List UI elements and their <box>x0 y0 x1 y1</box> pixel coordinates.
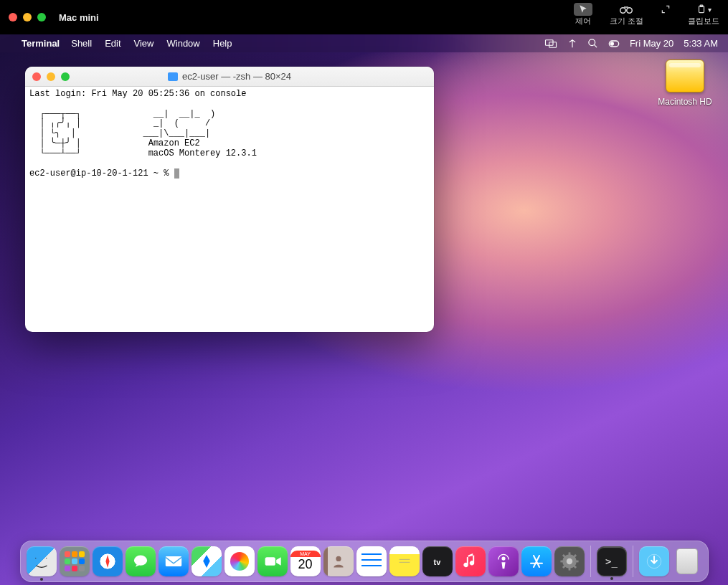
dock-separator <box>633 546 633 577</box>
remote-tools: 제어 크기 조절 ▾ 클립보드 <box>574 3 719 27</box>
dock-downloads[interactable] <box>639 546 669 576</box>
svg-line-23 <box>562 555 564 557</box>
control-label: 제어 <box>575 16 591 27</box>
scaling-tool[interactable]: 크기 조절 <box>610 3 643 27</box>
fullscreen-tool[interactable] <box>661 3 671 16</box>
minimize-icon[interactable] <box>47 72 55 81</box>
cursor-icon <box>574 3 592 16</box>
control-center-icon[interactable] <box>608 39 620 48</box>
svg-line-26 <box>574 555 576 557</box>
dock-finder[interactable] <box>27 546 57 576</box>
remote-traffic-lights <box>9 13 46 22</box>
desktop[interactable]: Terminal Shell Edit View Window Help Fri… <box>0 34 728 585</box>
dock: MAY 20 tv >_ <box>20 541 709 582</box>
terminal-traffic-lights <box>32 72 70 81</box>
home-folder-icon <box>168 72 178 81</box>
dock-tv[interactable]: tv <box>422 546 453 576</box>
dock-safari[interactable] <box>93 546 123 576</box>
svg-point-6 <box>589 39 595 46</box>
menu-view[interactable]: View <box>134 38 154 49</box>
menubar: Terminal Shell Edit View Window Help Fri… <box>0 34 728 52</box>
menu-window[interactable]: Window <box>167 38 200 49</box>
clipboard-icon: ▾ <box>696 3 712 16</box>
dock-separator <box>590 546 591 577</box>
dock-launchpad[interactable] <box>60 546 90 576</box>
screen-mirror-icon[interactable] <box>544 39 557 49</box>
cursor-icon <box>174 168 179 179</box>
app-menu[interactable]: Terminal <box>22 38 60 49</box>
dock-calendar[interactable]: MAY 20 <box>290 546 321 576</box>
macintosh-hd-icon[interactable]: Macintosh HD <box>656 60 714 107</box>
menubar-time[interactable]: 5:33 AM <box>684 38 718 49</box>
svg-point-0 <box>620 8 626 14</box>
spotlight-icon[interactable] <box>587 38 598 49</box>
clipboard-tool[interactable]: ▾ 클립보드 <box>688 3 719 27</box>
last-login-line: Last login: Fri May 20 05:25:36 on conso… <box>29 89 246 99</box>
svg-point-18 <box>566 558 572 564</box>
svg-point-8 <box>610 42 613 45</box>
menu-shell[interactable]: Shell <box>71 38 92 49</box>
binoculars-icon <box>620 3 633 16</box>
dock-maps[interactable] <box>192 546 222 576</box>
dock-music[interactable] <box>455 546 486 576</box>
menu-edit[interactable]: Edit <box>105 38 120 49</box>
menu-help[interactable]: Help <box>213 38 232 49</box>
dock-messages[interactable] <box>126 546 156 576</box>
svg-point-16 <box>501 557 505 561</box>
svg-marker-9 <box>105 555 109 568</box>
dock-terminal[interactable]: >_ <box>597 546 627 576</box>
calendar-day: 20 <box>298 557 312 572</box>
menubar-date[interactable]: Fri May 20 <box>630 38 673 49</box>
dock-notes[interactable] <box>389 546 420 576</box>
terminal-icon: >_ <box>605 556 618 567</box>
svg-point-1 <box>627 8 633 14</box>
svg-line-24 <box>574 566 576 568</box>
prompt: ec2-user@ip-10-20-1-121 ~ % <box>29 168 174 179</box>
hdd-label: Macintosh HD <box>656 97 714 107</box>
dock-contacts[interactable] <box>323 546 354 576</box>
terminal-title: ec2-user — -zsh — 80×24 <box>25 71 434 82</box>
zoom-icon[interactable] <box>37 13 46 22</box>
remote-title: Mac mini <box>59 12 99 23</box>
remote-viewer-bar: Mac mini 제어 크기 조절 ▾ 클립보드 <box>0 0 728 34</box>
input-source-icon[interactable] <box>567 39 577 49</box>
svg-point-13 <box>336 556 341 561</box>
minimize-icon[interactable] <box>23 13 32 22</box>
terminal-title-text: ec2-user — -zsh — 80×24 <box>182 71 291 82</box>
svg-point-10 <box>133 556 146 566</box>
trash-icon <box>676 548 698 574</box>
calendar-month: MAY <box>290 551 321 557</box>
fullscreen-icon <box>661 3 671 16</box>
control-tool[interactable]: 제어 <box>574 3 592 27</box>
close-icon[interactable] <box>9 13 17 22</box>
svg-rect-11 <box>165 556 181 566</box>
dock-facetime[interactable] <box>257 546 288 576</box>
close-icon[interactable] <box>32 72 41 81</box>
dock-settings[interactable] <box>554 546 585 576</box>
terminal-titlebar[interactable]: ec2-user — -zsh — 80×24 <box>25 67 434 87</box>
zoom-icon[interactable] <box>61 72 70 81</box>
harddrive-icon <box>666 60 704 92</box>
dock-reminders[interactable] <box>356 546 387 576</box>
terminal-window[interactable]: ec2-user — -zsh — 80×24 Last login: Fri … <box>25 67 434 332</box>
clipboard-label: 클립보드 <box>688 16 719 27</box>
svg-line-25 <box>562 566 564 568</box>
dock-photos[interactable] <box>224 546 255 576</box>
svg-rect-12 <box>265 557 275 566</box>
scaling-label: 크기 조절 <box>610 16 643 27</box>
tv-label: tv <box>434 556 441 567</box>
dock-trash[interactable] <box>672 546 702 576</box>
dock-podcasts[interactable] <box>488 546 519 576</box>
dock-mail[interactable] <box>159 546 189 576</box>
terminal-body[interactable]: Last login: Fri May 20 05:25:36 on conso… <box>25 87 434 182</box>
dock-appstore[interactable] <box>521 546 552 576</box>
